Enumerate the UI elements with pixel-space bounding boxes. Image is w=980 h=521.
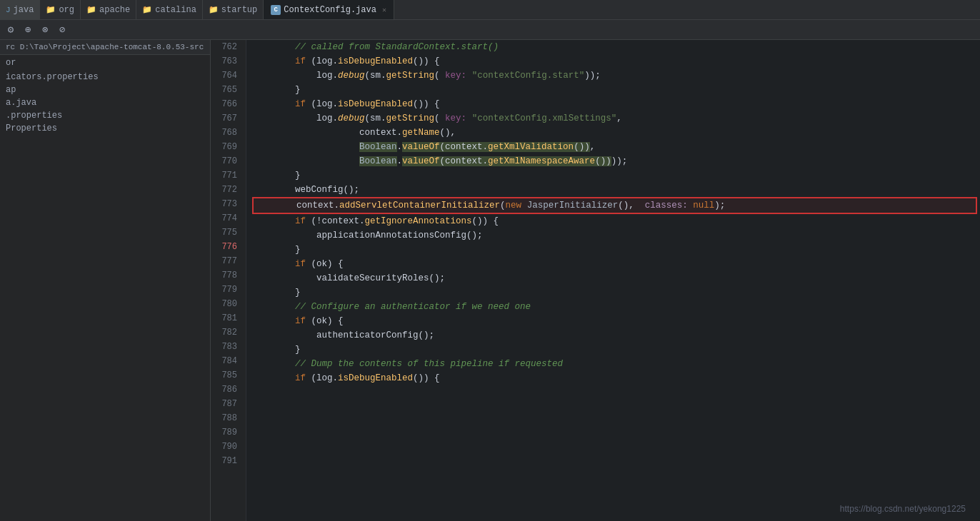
sidebar-item-Properties[interactable]: Properties xyxy=(0,122,210,135)
code-editor[interactable]: 762 763 764 765 766 767 768 769 770 771 … xyxy=(211,40,980,521)
java-icon: J xyxy=(6,6,11,14)
line-num-772: 772 xyxy=(216,183,240,197)
code-line-791: if (log.isDebugEnabled()) { xyxy=(252,371,980,385)
breadcrumb-org[interactable]: 📁 org xyxy=(40,0,81,19)
tab-bar: J java 📁 org 📁 apache 📁 catalina 📁 start… xyxy=(0,0,980,20)
line-num-765: 765 xyxy=(216,83,240,97)
code-line-765: } xyxy=(252,83,980,97)
code-line-774: webConfig(); xyxy=(252,183,980,197)
line-num-769: 769 xyxy=(216,140,240,154)
line-num-790: 790 xyxy=(216,440,240,454)
code-line-764: log.debug(sm.getString( key: "contextCon… xyxy=(252,69,980,83)
folder-icon-apache: 📁 xyxy=(86,5,96,14)
breadcrumb-startup[interactable]: 📁 startup xyxy=(203,0,264,19)
folder-icon-catalina: 📁 xyxy=(142,5,152,14)
line-num-764: 764 xyxy=(216,69,240,83)
code-line-785: // Configure an authenticator if we need… xyxy=(252,300,980,314)
code-line-767: if (log.isDebugEnabled()) { xyxy=(252,97,980,111)
settings-button[interactable]: ⚙ xyxy=(3,22,19,38)
line-num-779: 779 xyxy=(216,283,240,297)
minus-button[interactable]: ⊗ xyxy=(37,22,53,38)
line-num-781: 781 xyxy=(216,311,240,325)
breadcrumb-apache[interactable]: 📁 apache xyxy=(81,0,136,19)
c-icon: C xyxy=(271,5,281,15)
folder-icon-org: 📁 xyxy=(46,5,56,14)
sidebar-item-ap[interactable]: ap xyxy=(0,84,210,96)
line-num-766: 766 xyxy=(216,97,240,111)
code-lines: // called from StandardContext.start() i… xyxy=(246,40,980,521)
code-line-781: if (ok) { xyxy=(252,257,980,271)
line-num-777: 777 xyxy=(216,254,240,268)
code-line-769: context.getName(), xyxy=(252,126,980,140)
breadcrumb-java-label: java xyxy=(14,5,34,15)
sidebar: rc D:\Tao\Project\apache-tomcat-8.0.53-s… xyxy=(0,40,211,521)
code-line-776: context.addServletContainerInitializer(n… xyxy=(252,197,977,214)
line-numbers: 762 763 764 765 766 767 768 769 770 771 … xyxy=(211,40,246,521)
line-num-768: 768 xyxy=(216,126,240,140)
code-line-783: } xyxy=(252,285,980,300)
toolbar: ⚙ ⊕ ⊗ ⊘ xyxy=(0,20,980,40)
line-num-776: 776 xyxy=(216,240,240,254)
close-tab-button[interactable]: ✕ xyxy=(382,6,386,14)
sidebar-item-icators[interactable]: icators.properties xyxy=(0,71,210,84)
breadcrumb-catalina[interactable]: 📁 catalina xyxy=(136,0,203,19)
line-num-767: 767 xyxy=(216,111,240,126)
line-num-791: 791 xyxy=(216,454,240,468)
line-num-788: 788 xyxy=(216,411,240,425)
line-num-778: 778 xyxy=(216,268,240,283)
code-line-787: authenticatorConfig(); xyxy=(252,328,980,343)
code-line-771: Boolean.valueOf(context.getXmlNamespaceA… xyxy=(252,154,980,168)
line-num-762: 762 xyxy=(216,40,240,54)
file-tab-contextconfig[interactable]: C ContextConfig.java ✕ xyxy=(264,0,394,19)
line-num-775: 775 xyxy=(216,226,240,240)
code-line-780: } xyxy=(252,243,980,257)
breadcrumb-org-label: org xyxy=(59,5,74,15)
code-content: 762 763 764 765 766 767 768 769 770 771 … xyxy=(211,40,980,521)
line-num-789: 789 xyxy=(216,425,240,440)
code-line-770: Boolean.valueOf(context.getXmlValidation… xyxy=(252,140,980,154)
code-line-786: if (ok) { xyxy=(252,314,980,328)
code-line-768: log.debug(sm.getString( key: "contextCon… xyxy=(252,111,980,126)
sidebar-item-properties[interactable]: .properties xyxy=(0,109,210,122)
code-line-788: } xyxy=(252,343,980,357)
code-line-778: if (!context.getIgnoreAnnotations()) { xyxy=(252,214,980,228)
folder-icon-startup: 📁 xyxy=(209,5,219,14)
line-num-771: 771 xyxy=(216,168,240,183)
line-num-787: 787 xyxy=(216,397,240,411)
line-num-763: 763 xyxy=(216,54,240,69)
line-num-784: 784 xyxy=(216,354,240,368)
line-num-783: 783 xyxy=(216,340,240,354)
main-content: rc D:\Tao\Project\apache-tomcat-8.0.53-s… xyxy=(0,40,980,521)
add-button[interactable]: ⊕ xyxy=(20,22,36,38)
line-num-780: 780 xyxy=(216,297,240,311)
breadcrumb-java[interactable]: J java xyxy=(0,0,40,19)
line-num-773: 773 xyxy=(216,197,240,211)
line-num-770: 770 xyxy=(216,154,240,168)
line-num-774: 774 xyxy=(216,211,240,226)
line-num-786: 786 xyxy=(216,383,240,397)
code-line-779: applicationAnnotationsConfig(); xyxy=(252,228,980,243)
code-line-782: validateSecurityRoles(); xyxy=(252,271,980,285)
sidebar-path: rc D:\Tao\Project\apache-tomcat-8.0.53-s… xyxy=(0,40,210,55)
code-line-772: } xyxy=(252,168,980,183)
code-line-763: if (log.isDebugEnabled()) { xyxy=(252,54,980,69)
sidebar-item-or[interactable]: or xyxy=(0,55,210,71)
sidebar-item-java[interactable]: a.java xyxy=(0,96,210,109)
breadcrumb-apache-label: apache xyxy=(99,5,130,15)
code-line-762: // called from StandardContext.start() xyxy=(252,40,980,54)
code-line-790: // Dump the contents of this pipeline if… xyxy=(252,357,980,371)
line-num-785: 785 xyxy=(216,368,240,383)
close-button[interactable]: ⊘ xyxy=(54,22,70,38)
line-num-782: 782 xyxy=(216,325,240,340)
breadcrumb-startup-label: startup xyxy=(221,5,257,15)
breadcrumb-tabs: J java 📁 org 📁 apache 📁 catalina 📁 start… xyxy=(0,0,394,19)
file-tab-label: ContextConfig.java xyxy=(284,5,376,15)
breadcrumb-catalina-label: catalina xyxy=(155,5,196,15)
